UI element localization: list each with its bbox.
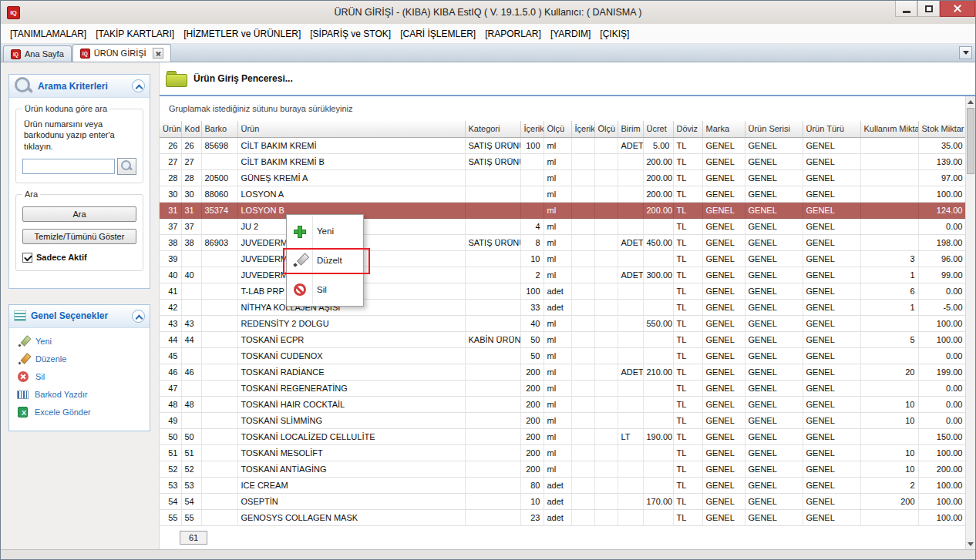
table-row[interactable]: 383886903JUVEDERMSATIŞ ÜRÜNÜ8mlADET450.0… (160, 234, 965, 250)
column-header[interactable]: Birim (618, 121, 643, 137)
table-row[interactable]: 5454OSEPTİN10adet170.00TLGENELGENELGENEL… (160, 493, 965, 509)
checkbox-icon (22, 253, 32, 263)
column-header[interactable]: Kategori (465, 121, 520, 137)
close-icon (953, 4, 962, 13)
option-pencil[interactable]: Düzenle (17, 350, 142, 368)
search-hint-text: Ürün numarsını veya barkodunu yazıp ente… (24, 119, 116, 152)
context-menu-item-new[interactable]: Yeni (288, 216, 362, 246)
table-row[interactable]: 3737JU 24mlTLGENELGENELGENEL0.00 (160, 218, 965, 234)
menu-item[interactable]: [TAKİP KARTLARI] (91, 26, 179, 42)
column-header[interactable]: Ürün (237, 121, 465, 137)
column-header[interactable]: Ücret (643, 121, 673, 137)
menu-item[interactable]: [CARİ İŞLEMLER] (395, 26, 480, 42)
column-header[interactable]: Döviz (673, 121, 702, 137)
context-menu-item-delete[interactable]: Sil (288, 275, 362, 304)
scroll-down-icon (968, 542, 974, 546)
table-row[interactable]: 5252TOSKANİ ANTİAGİNG200mlTLGENELGENELGE… (160, 461, 965, 477)
minimize-button[interactable] (895, 1, 917, 17)
grid-viewport: ÜrünKodBarkoÜrünKategoriİçerikÖlçüİçerik… (160, 121, 965, 549)
table-row[interactable]: 5050TOSKANİ LOCALİZED CELLULİTE200mlLT19… (160, 428, 965, 444)
menu-item[interactable]: [TANIMLAMALAR] (5, 26, 91, 42)
table-row[interactable]: 262685698CİLT BAKIM KREMİSATIŞ ÜRÜNÜ100m… (160, 137, 965, 153)
menu-item[interactable]: [RAPORLAR] (480, 26, 546, 42)
list-icon (14, 310, 26, 321)
column-header[interactable]: Kullanım Miktarı (860, 121, 918, 137)
table-row[interactable]: 45TOSKANİ CUDENOX50mlTLGENELGENELGENEL0.… (160, 347, 965, 364)
table-row[interactable]: 4848TOSKANİ HAIR COCKTAİL200mlTLGENELGEN… (160, 396, 965, 412)
ara-button[interactable]: Ara (22, 206, 136, 222)
table-row[interactable]: 5555GENOSYS COLLAGEN MASK23adetTLGENELGE… (160, 509, 965, 525)
context-menu-item-edit[interactable]: Düzelt (288, 246, 362, 275)
table-row[interactable]: 5353ICE CREAM80adetTLGENELGENELGENEL2100… (160, 477, 965, 493)
column-header[interactable]: Ürün Serisi (745, 121, 803, 137)
table-row[interactable]: 282820500GÜNEŞ KREMİ Aml200.00TLGENELGEN… (160, 169, 965, 186)
collapse-panel-button[interactable] (132, 79, 145, 92)
table-row[interactable]: 2727CİLT BAKIM KREMİ BSATIŞ ÜRÜNÜml200.0… (160, 153, 965, 169)
search-criteria-panel: Arama Kriterleri Ürün koduna göre ara Ür… (8, 74, 150, 289)
table-row[interactable]: 39JUVEDERM10mlTLGENELGENELGENEL396.00 (160, 250, 965, 267)
column-header[interactable]: Marka (702, 121, 745, 137)
table-row[interactable]: 5151TOSKANİ MESOLİFT200mlTLGENELGENELGEN… (160, 444, 965, 461)
column-header[interactable]: İçerik (520, 121, 544, 137)
column-header[interactable]: Barko (201, 121, 237, 137)
temizle-button[interactable]: Temizle/Tümünü Göster (22, 229, 136, 244)
page-title: Ürün Giriş Penceresi... (194, 73, 293, 84)
column-header[interactable]: Kod (181, 121, 201, 137)
search-icon (121, 160, 133, 172)
scroll-down-button[interactable] (966, 538, 975, 549)
column-header[interactable]: Ölçü (594, 121, 618, 137)
horizontal-scrollbar[interactable] (1, 549, 975, 559)
menu-item[interactable]: [YARDIM] (546, 26, 595, 42)
table-row[interactable]: 4343REDENSİTY 2 DOLGU40ml550.00TLGENELGE… (160, 315, 965, 331)
option-barcode[interactable]: Barkod Yazdır (17, 386, 142, 404)
column-header[interactable]: İçerik (571, 121, 594, 137)
group-by-bar[interactable]: Gruplamak istediğiniz sütunu buraya sürü… (160, 96, 975, 121)
table-row[interactable]: 41T-LAB PRP100adetTLGENELGENELGENEL60.00 (160, 283, 965, 299)
table-row[interactable]: 49TOSKANİ SLİMMİNG200mlTLGENELGENELGENEL… (160, 412, 965, 428)
context-menu-label: Sil (317, 285, 327, 294)
app-window: IQ ÜRÜN GİRİŞİ - (KIBA) KIBA EstIQ ( V. … (0, 0, 976, 560)
scroll-up-button[interactable] (966, 96, 975, 107)
table-row[interactable]: 303088060LOSYON Aml200.00TLGENELGENELGEN… (160, 186, 965, 202)
column-header[interactable]: Stok Miktar (918, 121, 965, 137)
tab-urun-girisi[interactable]: IQ ÜRÜN GİRİŞİ (72, 44, 171, 62)
record-count: 61 (180, 531, 207, 545)
scroll-up-icon (968, 100, 974, 104)
maximize-button[interactable] (917, 1, 940, 17)
table-row[interactable]: 4040JUVEDERM2mlADET300.00TLGENELGENELGEN… (160, 267, 965, 283)
tab-list-dropdown-button[interactable] (959, 46, 972, 59)
tab-app-icon: IQ (11, 49, 21, 59)
column-header[interactable]: Ürün Türü (803, 121, 860, 137)
menu-item[interactable]: [HİZMETLER ve ÜRÜNLER] (179, 26, 305, 42)
app-icon: IQ (7, 6, 20, 19)
option-label: Sil (35, 372, 45, 381)
checkbox-label: Sadece Aktif (36, 253, 87, 262)
table-row[interactable]: 4444TOSKANİ ECPRKABİN ÜRÜNÜ50mlTLGENELGE… (160, 331, 965, 347)
title-bar: IQ ÜRÜN GİRİŞİ - (KIBA) KIBA EstIQ ( V. … (1, 1, 975, 24)
product-code-input[interactable] (22, 159, 115, 174)
scrollbar-thumb[interactable] (967, 108, 974, 174)
option-delete[interactable]: Sil (17, 368, 142, 386)
option-pencil-new[interactable]: Yeni (17, 333, 142, 350)
column-header[interactable]: Ölçü (544, 121, 571, 137)
sadece-aktif-checkbox[interactable]: Sadece Aktif (22, 253, 136, 263)
table-row[interactable]: 313135374LOSYON Bml200.00TLGENELGENELGEN… (160, 202, 965, 218)
tab-app-icon: IQ (80, 49, 90, 59)
tab-label: Ana Sayfa (25, 49, 64, 59)
tab-close-icon[interactable] (153, 48, 163, 59)
delete-icon (294, 283, 306, 296)
table-row[interactable]: 42NİTHYA KOLLAJEN AŞISI33adetTLGENELGENE… (160, 299, 965, 315)
tab-ana-sayfa[interactable]: IQ Ana Sayfa (3, 45, 72, 62)
close-button[interactable] (940, 1, 975, 17)
vertical-scrollbar[interactable] (965, 96, 975, 549)
collapse-panel-button[interactable] (132, 310, 145, 323)
search-button[interactable] (117, 158, 136, 175)
option-excel[interactable]: Excele Gönder (17, 404, 142, 421)
column-header[interactable]: Ürün (160, 121, 181, 137)
table-row[interactable]: 47TOSKANİ REGENERATİNG200mlTLGENELGENELG… (160, 380, 965, 396)
table-row[interactable]: 4646TOSKANİ RADİANCE200mlADET210.00TLGEN… (160, 364, 965, 380)
product-grid: Gruplamak istediğiniz sütunu buraya sürü… (160, 95, 975, 549)
menu-item[interactable]: [ÇIKIŞ] (595, 26, 634, 42)
menu-item[interactable]: [SİPARİŞ ve STOK] (305, 26, 395, 42)
panel-title: Arama Kriterleri (38, 81, 127, 92)
